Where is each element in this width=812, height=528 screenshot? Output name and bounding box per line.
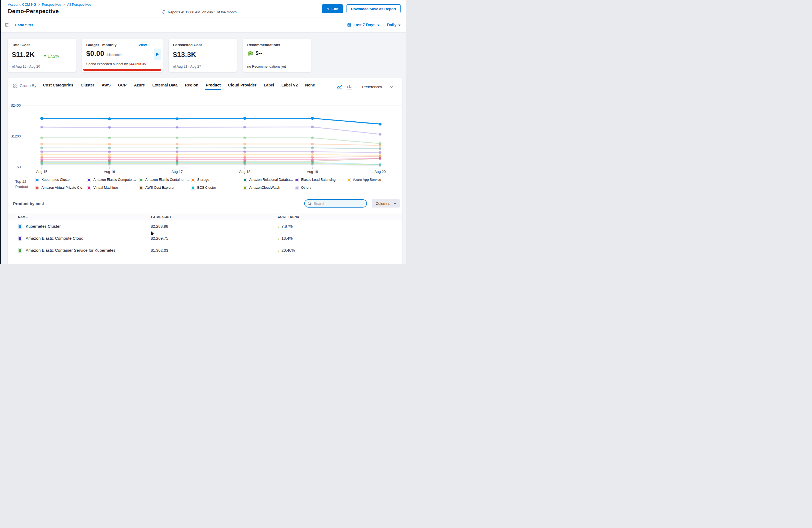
chevron-down-icon bbox=[393, 202, 396, 205]
forecasted-cost-card: Forecasted Cost $13.3K of Aug 21 - Aug 2… bbox=[169, 39, 237, 72]
table-search[interactable] bbox=[304, 199, 367, 207]
money-icon bbox=[247, 50, 253, 56]
line-chart-toggle[interactable] bbox=[336, 84, 343, 90]
breadcrumb-perspectives-link[interactable]: Perspectives bbox=[42, 3, 62, 6]
groupby-tab-aws[interactable]: AWS bbox=[102, 83, 111, 90]
row-total-cost: $2,283.98 bbox=[150, 224, 278, 229]
legend-item-elastic-load-balancing[interactable]: Elastic Load Balancing bbox=[295, 178, 345, 182]
budget-view-link[interactable]: View bbox=[138, 43, 147, 47]
legend-swatch bbox=[347, 178, 351, 182]
legend-item-amazoncloudwatch[interactable]: AmazonCloudWatch bbox=[243, 186, 293, 190]
legend-swatch bbox=[87, 186, 91, 190]
card-title: Forecasted Cost bbox=[173, 43, 232, 47]
legend-item-azure-app-service[interactable]: Azure App Service bbox=[347, 178, 397, 182]
bar-chart-toggle[interactable] bbox=[347, 84, 352, 90]
trend-down-arrow-icon: ↓ bbox=[278, 236, 280, 240]
legend-item-virtual-machines[interactable]: Virtual Machines bbox=[87, 186, 137, 190]
filter-sliders-icon[interactable] bbox=[4, 23, 9, 28]
breadcrumb-account-link[interactable]: Account: CCM-NG bbox=[8, 3, 36, 6]
legend-item-amazon-elastic-compute-clo[interactable]: Amazon Elastic Compute Clo... bbox=[87, 178, 137, 182]
groupby-tab-external-data[interactable]: External Data bbox=[152, 83, 178, 90]
legend-group-label: Top 12 Product bbox=[15, 178, 35, 190]
legend-item-aws-cost-explorer[interactable]: AWS Cost Explorer bbox=[140, 186, 190, 190]
breadcrumb-all-perspectives-link[interactable]: All Perspectives bbox=[67, 3, 91, 6]
table-toolbar: Product by cost Columns bbox=[13, 199, 400, 207]
row-total-cost: $1,362.03 bbox=[150, 248, 278, 252]
chevron-down-icon bbox=[390, 86, 393, 88]
search-input[interactable] bbox=[314, 202, 364, 206]
legend-swatch bbox=[295, 186, 299, 190]
table-header: NAME TOTAL COST COST TREND bbox=[8, 213, 402, 220]
groupby-tab-label[interactable]: Label bbox=[264, 83, 274, 90]
groupby-tab-azure[interactable]: Azure bbox=[134, 83, 145, 90]
groupby-tab-cluster[interactable]: Cluster bbox=[81, 83, 94, 90]
table-row-amazon-elastic-container-service-for-kubernetes[interactable]: Amazon Elastic Container Service for Kub… bbox=[8, 244, 402, 256]
trend-down-arrow-icon: ↓ bbox=[278, 248, 280, 252]
legend-item-label: Kubernetes Cluster bbox=[42, 178, 71, 182]
recommendations-note: no Recommendations yet bbox=[247, 65, 286, 69]
sidebar-edge bbox=[0, 0, 1, 264]
play-icon bbox=[156, 53, 159, 56]
calendar-icon bbox=[347, 23, 351, 27]
ccm-perspective-page: Account: CCM-NG Perspectives All Perspec… bbox=[0, 0, 406, 264]
summary-cards: Total Cost $11.2K 17.2% of Aug 15 - Aug … bbox=[8, 39, 311, 72]
forecasted-cost-value: $13.3K bbox=[173, 50, 196, 59]
page-header: Account: CCM-NG Perspectives All Perspec… bbox=[1, 0, 406, 17]
granularity-select[interactable]: Daily bbox=[387, 23, 401, 27]
legend-item-others[interactable]: Others bbox=[295, 186, 345, 190]
text-caret bbox=[313, 202, 313, 206]
granularity-label: Daily bbox=[387, 23, 396, 27]
next-budget-arrow-button[interactable] bbox=[154, 48, 161, 60]
chart-legend: Top 12 Product Kubernetes ClusterAmazon … bbox=[8, 174, 402, 190]
groupby-tab-gcp[interactable]: GCP bbox=[118, 83, 126, 90]
groupby-tab-product[interactable]: Product bbox=[206, 83, 221, 90]
edit-button[interactable]: ✎ Edit bbox=[322, 4, 343, 13]
legend-swatch bbox=[295, 178, 299, 182]
edit-button-label: Edit bbox=[332, 7, 338, 11]
total-cost-period: of Aug 15 - Aug 20 bbox=[12, 65, 40, 69]
add-filter-button[interactable]: + add filter bbox=[14, 23, 33, 27]
content-area: Total Cost $11.2K 17.2% of Aug 15 - Aug … bbox=[1, 33, 406, 264]
row-name: Kubernetes Cluster bbox=[26, 224, 61, 229]
chart-actions: Preferences bbox=[336, 83, 397, 91]
row-trend-percent: 7.87% bbox=[281, 224, 293, 229]
download-save-report-button[interactable]: Download/Save as Report bbox=[347, 4, 401, 13]
groupby-tab-none[interactable]: None bbox=[305, 83, 315, 90]
groupby-tab-cloud-provider[interactable]: Cloud Provider bbox=[228, 83, 257, 90]
legend-item-kubernetes-cluster[interactable]: Kubernetes Cluster bbox=[35, 178, 86, 182]
column-header-name: NAME bbox=[8, 215, 150, 218]
groupby-tab-cost-categories[interactable]: Cost Categories bbox=[43, 83, 73, 90]
total-cost-card: Total Cost $11.2K 17.2% of Aug 15 - Aug … bbox=[8, 39, 76, 72]
table-body: Kubernetes Cluster$2,283.98↓7.87%Amazon … bbox=[8, 220, 402, 256]
groupby-tab-label-v2[interactable]: Label V2 bbox=[281, 83, 298, 90]
row-name: Amazon Elastic Container Service for Kub… bbox=[26, 248, 115, 252]
columns-dropdown[interactable]: Columns bbox=[372, 199, 400, 207]
svg-text:$1200: $1200 bbox=[12, 134, 21, 138]
legend-item-amazon-elastic-container-se[interactable]: Amazon Elastic Container Se... bbox=[140, 178, 190, 182]
table-row-kubernetes-cluster[interactable]: Kubernetes Cluster$2,283.98↓7.87% bbox=[8, 220, 402, 232]
budget-exceeded-text: Spend exceeded budget by $44,693.35 bbox=[86, 62, 146, 66]
legend-item-label: Others bbox=[301, 186, 311, 190]
legend-swatch bbox=[35, 186, 39, 190]
card-title: Recommendations bbox=[247, 43, 307, 47]
legend-swatch bbox=[191, 178, 195, 182]
line-chart-icon bbox=[336, 84, 343, 90]
header-actions: ✎ Edit Download/Save as Report bbox=[322, 4, 401, 13]
legend-item-amazon-virtual-private-cloud[interactable]: Amazon Virtual Private Cloud bbox=[35, 186, 86, 190]
bell-icon bbox=[162, 10, 166, 14]
legend-item-storage[interactable]: Storage bbox=[191, 178, 242, 182]
cost-trend-chart[interactable]: $2400$1200$0Aug 15Aug 16Aug 17Aug 18Aug … bbox=[12, 100, 402, 174]
total-cost-trend: 17.2% bbox=[44, 54, 59, 58]
pencil-icon: ✎ bbox=[327, 7, 330, 11]
legend-item-ecs-cluster[interactable]: ECS Cluster bbox=[191, 186, 242, 190]
bar-chart-icon bbox=[347, 84, 352, 90]
legend-item-label: Amazon Elastic Compute Clo... bbox=[93, 178, 137, 182]
page-title: Demo-Perspective bbox=[8, 8, 59, 14]
legend-item-label: ECS Cluster bbox=[197, 186, 216, 190]
groupby-tab-region[interactable]: Region bbox=[185, 83, 198, 90]
date-range-picker[interactable]: Last 7 Days bbox=[347, 23, 379, 27]
total-cost-value: $11.2K bbox=[12, 50, 35, 59]
table-row-amazon-elastic-compute-cloud[interactable]: Amazon Elastic Compute Cloud$2,269.75↓13… bbox=[8, 232, 402, 244]
preferences-dropdown[interactable]: Preferences bbox=[358, 83, 397, 91]
legend-item-amazon-relational-database[interactable]: Amazon Relational Database ... bbox=[243, 178, 293, 182]
